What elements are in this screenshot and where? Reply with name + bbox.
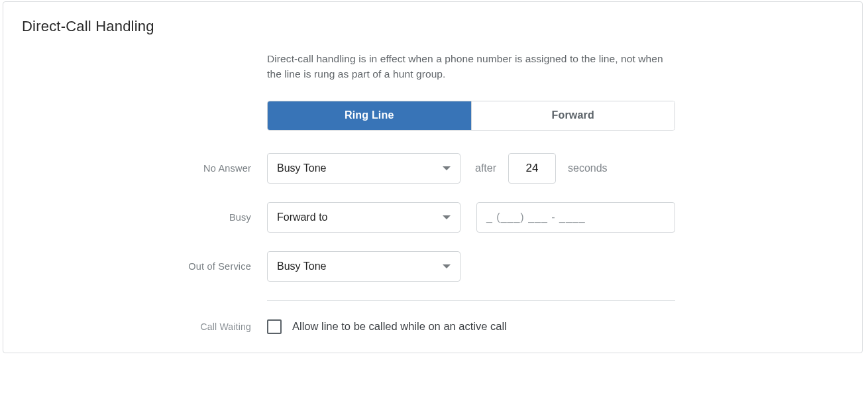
panel-description: Direct-call handling is in effect when a…: [267, 51, 675, 82]
caret-down-icon: [443, 166, 451, 170]
select-busy-value: Forward to: [277, 211, 327, 223]
select-busy[interactable]: Forward to: [267, 202, 461, 233]
divider: [267, 300, 675, 301]
caret-down-icon: [443, 215, 451, 219]
direct-call-handling-panel: Direct-Call Handling Direct-call handlin…: [3, 1, 863, 353]
checkbox-call-waiting-text: Allow line to be called while on an acti…: [292, 320, 507, 333]
select-out-of-service[interactable]: Busy Tone: [267, 251, 461, 282]
row-no-answer: No Answer Busy Tone after seconds: [267, 153, 675, 184]
checkbox-call-waiting[interactable]: [267, 319, 282, 334]
select-no-answer[interactable]: Busy Tone: [267, 153, 461, 184]
select-out-of-service-value: Busy Tone: [277, 260, 326, 272]
label-after: after: [475, 162, 496, 174]
input-forward-phone[interactable]: _ (___) ___ - ____: [476, 202, 675, 233]
label-out-of-service: Out of Service: [188, 261, 251, 272]
row-call-waiting: Call Waiting Allow line to be called whi…: [267, 319, 675, 334]
input-seconds[interactable]: [508, 153, 556, 184]
caret-down-icon: [443, 264, 451, 268]
label-seconds: seconds: [568, 162, 608, 174]
content-column: Direct-call handling is in effect when a…: [267, 51, 675, 334]
phone-placeholder: _ (___) ___ - ____: [486, 211, 586, 223]
row-out-of-service: Out of Service Busy Tone: [267, 251, 675, 282]
label-busy: Busy: [229, 212, 251, 223]
panel-title: Direct-Call Handling: [22, 18, 843, 35]
tab-ring-line[interactable]: Ring Line: [268, 101, 472, 130]
row-busy: Busy Forward to _ (___) ___ - ____: [267, 202, 675, 233]
select-no-answer-value: Busy Tone: [277, 162, 326, 174]
tab-forward[interactable]: Forward: [472, 101, 675, 130]
mode-toggle-group: Ring Line Forward: [267, 101, 675, 131]
label-call-waiting: Call Waiting: [200, 321, 251, 332]
label-no-answer: No Answer: [203, 163, 251, 174]
